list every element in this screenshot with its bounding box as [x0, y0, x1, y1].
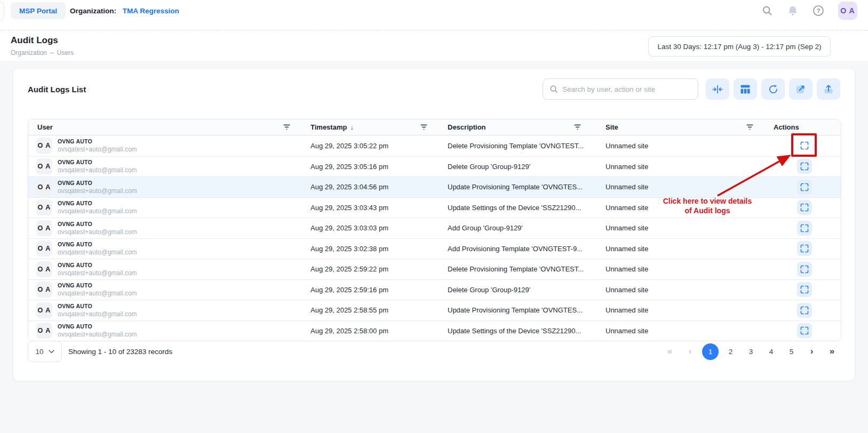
export-button[interactable] [817, 78, 840, 100]
description-cell: Delete Group 'Group-9129' [441, 286, 595, 294]
table-row[interactable]: O A OVNG AUTO ovsqatest+auto@gmail.com A… [28, 300, 841, 320]
expand-row-button[interactable] [797, 200, 812, 215]
column-header-site[interactable]: Site [595, 119, 767, 135]
refresh-button[interactable] [761, 78, 785, 100]
collapse-columns-button[interactable] [706, 78, 729, 100]
table-search[interactable] [543, 78, 698, 100]
search-input[interactable] [562, 85, 691, 93]
table-row[interactable]: O A OVNG AUTO ovsqatest+auto@gmail.com A… [28, 218, 841, 238]
site-cell: Unnamed site [595, 142, 767, 150]
open-external-button[interactable] [789, 78, 813, 100]
column-settings-button[interactable] [734, 78, 757, 100]
msp-portal-button[interactable]: MSP Portal [11, 2, 66, 19]
expand-row-button[interactable] [797, 323, 812, 338]
pagination-page[interactable]: 1 [702, 343, 719, 360]
breadcrumb-item-organization[interactable]: Organization [11, 49, 47, 57]
search-input-icon [550, 85, 558, 93]
table-columns-icon [740, 85, 750, 94]
pagination-first-button[interactable]: « [662, 343, 678, 360]
table-footer: 10 Showing 1 - 10 of 23283 records « ‹ 1… [28, 340, 840, 363]
column-header-user[interactable]: User [28, 119, 304, 135]
expand-icon [800, 141, 809, 150]
chevron-down-icon [49, 350, 54, 354]
user-email: ovsqatest+auto@gmail.com [58, 248, 137, 256]
filter-icon[interactable] [574, 124, 581, 130]
table-row[interactable]: O A OVNG AUTO ovsqatest+auto@gmail.com A… [28, 320, 841, 341]
card-toolbar [543, 78, 840, 100]
user-name: OVNG AUTO [58, 241, 137, 247]
table-row[interactable]: O A OVNG AUTO ovsqatest+auto@gmail.com A… [28, 156, 841, 177]
page-size-select[interactable]: 10 [28, 341, 62, 362]
avatar: O A [36, 261, 52, 277]
table-row[interactable]: O A OVNG AUTO ovsqatest+auto@gmail.com A… [28, 135, 841, 156]
expand-row-button[interactable] [797, 303, 812, 318]
actions-cell [767, 241, 841, 256]
description-cell: Add Provisioning Template 'OVNGTEST-9... [441, 245, 595, 253]
expand-row-button[interactable] [797, 221, 812, 236]
expand-icon [800, 203, 809, 212]
expand-icon [800, 265, 809, 274]
table-row[interactable]: O A OVNG AUTO ovsqatest+auto@gmail.com A… [28, 197, 841, 218]
pagination-page[interactable]: 2 [722, 343, 739, 360]
user-email: ovsqatest+auto@gmail.com [58, 331, 137, 338]
avatar: O A [36, 323, 52, 339]
sidebar-collapse-handle[interactable] [0, 1, 4, 21]
user-cell: O A OVNG AUTO ovsqatest+auto@gmail.com [28, 199, 304, 215]
pagination-page[interactable]: 4 [763, 343, 779, 360]
filter-icon[interactable] [283, 124, 290, 130]
user-name: OVNG AUTO [58, 282, 137, 288]
avatar: O A [36, 158, 52, 174]
column-label-actions: Actions [774, 123, 799, 131]
pagination-last-button[interactable]: » [824, 343, 840, 360]
search-icon[interactable] [761, 5, 773, 17]
pagination-page[interactable]: 5 [783, 343, 800, 360]
help-icon[interactable]: ? [813, 5, 824, 17]
breadcrumb: Organization–Users [11, 49, 74, 57]
page-title: Audit Logs [11, 35, 58, 46]
organization-value-link[interactable]: TMA Regression [123, 7, 179, 15]
pagination-prev-button[interactable]: ‹ [682, 343, 698, 360]
user-name: OVNG AUTO [58, 138, 137, 145]
user-email: ovsqatest+auto@gmail.com [58, 166, 137, 174]
filter-icon[interactable] [420, 124, 427, 130]
user-avatar[interactable]: O A [838, 2, 857, 20]
avatar: O A [36, 240, 52, 256]
pagination-pages: 1 2 3 4 5 [702, 343, 800, 360]
user-cell: O A OVNG AUTO ovsqatest+auto@gmail.com [28, 138, 304, 154]
avatar: O A [36, 282, 52, 298]
actions-cell [767, 262, 841, 277]
user-cell: O A OVNG AUTO ovsqatest+auto@gmail.com [28, 220, 304, 236]
expand-row-button[interactable] [797, 180, 812, 195]
table-row[interactable]: O A OVNG AUTO ovsqatest+auto@gmail.com A… [28, 279, 841, 300]
actions-cell [767, 221, 841, 236]
actions-cell [767, 159, 841, 174]
pagination-page[interactable]: 3 [743, 343, 759, 360]
expand-row-button[interactable] [797, 262, 812, 277]
pagination-next-button[interactable]: › [803, 343, 820, 360]
column-header-description[interactable]: Description [441, 119, 595, 135]
column-label-user: User [37, 123, 53, 131]
table-row[interactable]: O A OVNG AUTO ovsqatest+auto@gmail.com A… [28, 238, 841, 259]
avatar: O A [36, 138, 52, 154]
user-cell: O A OVNG AUTO ovsqatest+auto@gmail.com [28, 323, 304, 339]
page-header: Audit Logs Organization–Users Last 30 Da… [0, 31, 868, 61]
actions-cell [767, 200, 841, 215]
breadcrumb-item-users[interactable]: Users [57, 49, 74, 57]
collapse-columns-icon [712, 85, 723, 94]
sort-desc-icon[interactable]: ↓ [350, 123, 354, 131]
notifications-bell-icon[interactable] [787, 5, 799, 17]
expand-row-button[interactable] [797, 241, 812, 256]
actions-cell [767, 138, 841, 153]
expand-row-button[interactable] [797, 159, 812, 174]
table-row[interactable]: O A OVNG AUTO ovsqatest+auto@gmail.com A… [28, 259, 841, 279]
user-name: OVNG AUTO [58, 262, 137, 268]
column-header-timestamp[interactable]: Timestamp ↓ [304, 119, 441, 135]
site-cell: Unnamed site [595, 183, 767, 191]
expand-row-button[interactable] [797, 138, 812, 153]
column-header-actions: Actions [767, 119, 841, 135]
filter-icon[interactable] [746, 124, 753, 130]
table-row[interactable]: O A OVNG AUTO ovsqatest+auto@gmail.com A… [28, 177, 841, 197]
date-range-picker[interactable]: Last 30 Days: 12:17 pm (Aug 3) - 12:17 p… [648, 36, 831, 57]
expand-row-button[interactable] [797, 282, 812, 297]
description-cell: Delete Group 'Group-9129' [441, 163, 595, 171]
